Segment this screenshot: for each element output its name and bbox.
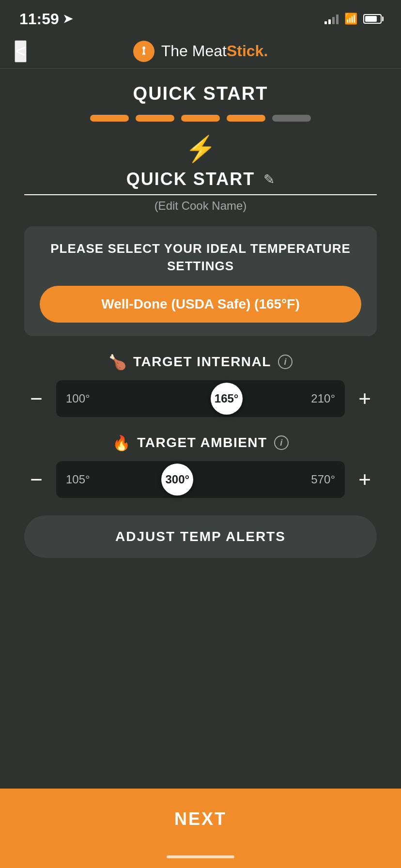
lightning-icon: ⚡ [185,136,216,161]
temp-settings-card: PLEASE SELECT YOUR IDEAL TEMPERATURE SET… [24,226,377,336]
wifi-icon: 📶 [344,13,357,25]
target-internal-thumb[interactable]: 165° [211,383,243,415]
target-ambient-title: TARGET AMBIENT [137,435,267,450]
logo-text: The MeatStick. [161,42,268,60]
temp-settings-title: PLEASE SELECT YOUR IDEAL TEMPERATURE SET… [40,240,361,275]
signal-icon [324,14,339,24]
target-internal-value: 165° [215,392,239,405]
progress-step-2 [136,115,174,122]
status-time: 11:59 ➤ [19,10,73,28]
target-internal-max-label: 210° [311,392,335,405]
target-ambient-plus-button[interactable]: + [353,467,377,492]
next-button[interactable]: NEXT [0,789,401,850]
home-indicator [0,850,401,868]
lightning-icon-container: ⚡ [24,136,377,161]
logo-brand-text: Stick [227,42,263,60]
target-internal-section: 🍗 TARGET INTERNAL i − 100° 165° 210° + [24,354,377,417]
progress-step-3 [181,115,220,122]
logo: The MeatStick. [133,41,268,62]
logo-icon [133,41,154,62]
progress-step-4 [227,115,265,122]
target-ambient-info-icon[interactable]: i [274,435,289,450]
location-arrow-icon: ➤ [63,12,73,26]
progress-step-1 [90,115,129,122]
target-internal-min-label: 100° [66,392,90,405]
target-internal-plus-button[interactable]: + [353,387,377,411]
target-ambient-min-label: 105° [66,473,90,486]
main-content: QUICK START ⚡ QUICK START ✎ (Edit Cook N… [0,69,401,577]
home-indicator-bar [167,855,234,858]
target-ambient-value: 300° [165,473,189,486]
time-label: 11:59 [19,10,59,28]
nav-bar: < The MeatStick. [0,34,401,69]
target-ambient-track[interactable]: 105° 300° 570° [56,461,345,498]
progress-bar [24,115,377,122]
target-internal-icon: 🍗 [108,354,126,371]
target-ambient-slider-row: − 105° 300° 570° + [24,461,377,498]
page-title: QUICK START [24,83,377,104]
back-button[interactable]: < [15,40,27,62]
adjust-temp-alerts-button[interactable]: ADJUST TEMP ALERTS [24,515,377,558]
target-internal-track[interactable]: 100° 165° 210° [56,380,345,417]
target-ambient-header: 🔥 TARGET AMBIENT i [24,434,377,451]
target-ambient-thumb[interactable]: 300° [161,464,193,496]
cook-name-label: QUICK START [126,169,255,189]
edit-cook-hint: (Edit Cook Name) [24,199,377,213]
target-internal-header: 🍗 TARGET INTERNAL i [24,354,377,371]
status-icons: 📶 [324,13,382,25]
target-internal-minus-button[interactable]: − [24,387,48,411]
target-ambient-max-label: 570° [311,473,335,486]
target-ambient-minus-button[interactable]: − [24,467,48,492]
target-internal-info-icon[interactable]: i [278,355,293,369]
battery-icon [363,14,382,24]
target-internal-slider-row: − 100° 165° 210° + [24,380,377,417]
status-bar: 11:59 ➤ 📶 [0,0,401,34]
target-ambient-section: 🔥 TARGET AMBIENT i − 105° 300° 570° + [24,434,377,498]
progress-step-5 [272,115,311,122]
next-button-container: NEXT [0,789,401,868]
cook-name-section: QUICK START ✎ [24,169,377,195]
edit-cook-name-icon[interactable]: ✎ [263,171,275,187]
target-internal-title: TARGET INTERNAL [133,354,271,370]
target-ambient-icon: 🔥 [112,434,130,451]
preset-button[interactable]: Well-Done (USDA Safe) (165°F) [40,286,361,323]
